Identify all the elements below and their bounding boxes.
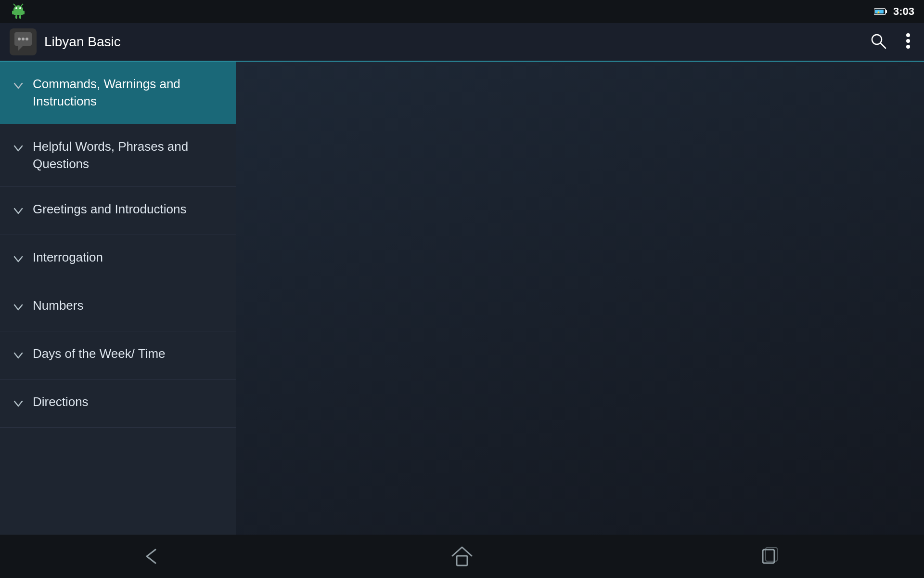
chevron-down-icon	[10, 299, 27, 316]
sidebar-item-helpful-words-label: Helpful Words, Phrases and Questions	[33, 138, 226, 173]
app-icon	[10, 28, 37, 55]
sidebar-item-greetings[interactable]: Greetings and Introductions	[0, 187, 236, 235]
svg-rect-8	[15, 15, 17, 19]
chevron-down-icon	[10, 250, 27, 268]
sidebar-item-helpful-words[interactable]: Helpful Words, Phrases and Questions	[0, 124, 236, 187]
svg-line-4	[13, 4, 15, 6]
svg-point-16	[26, 38, 28, 40]
status-bar-right: ⚡ 3:03	[874, 5, 914, 18]
sidebar-item-interrogation[interactable]: Interrogation	[0, 235, 236, 283]
more-options-button[interactable]	[902, 29, 914, 55]
sidebar-item-days[interactable]: Days of the Week/ Time	[0, 331, 236, 380]
svg-point-19	[906, 33, 910, 37]
recents-button[interactable]	[751, 542, 789, 571]
chevron-down-icon	[10, 140, 27, 157]
more-vert-icon	[906, 33, 911, 49]
search-icon	[870, 33, 886, 49]
sidebar-item-days-label: Days of the Week/ Time	[33, 345, 166, 362]
app-title: Libyan Basic	[44, 34, 866, 50]
svg-point-15	[22, 38, 25, 40]
svg-rect-9	[19, 15, 21, 19]
time-display: 3:03	[893, 5, 914, 18]
back-icon	[142, 547, 166, 566]
android-icon	[10, 3, 27, 20]
svg-rect-11	[886, 10, 887, 13]
sidebar-item-greetings-label: Greetings and Introductions	[33, 200, 186, 218]
recents-icon	[759, 547, 781, 566]
svg-rect-1	[13, 9, 23, 15]
chat-icon	[13, 31, 34, 53]
sidebar-item-numbers[interactable]: Numbers	[0, 283, 236, 331]
sidebar-item-numbers-label: Numbers	[33, 297, 83, 314]
home-icon	[450, 545, 474, 567]
chevron-down-icon	[10, 347, 27, 364]
svg-point-2	[15, 7, 17, 9]
svg-rect-22	[457, 556, 467, 565]
svg-point-21	[906, 45, 910, 49]
status-bar: ⚡ 3:03	[0, 0, 924, 23]
main-content: Commands, Warnings and Instructions Help…	[0, 62, 924, 535]
chevron-down-icon	[10, 202, 27, 220]
bottom-nav-bar	[0, 535, 924, 578]
svg-rect-7	[23, 11, 25, 14]
back-button[interactable]	[135, 542, 173, 571]
sidebar-item-interrogation-label: Interrogation	[33, 249, 103, 266]
svg-text:⚡: ⚡	[876, 10, 881, 14]
app-toolbar: Libyan Basic	[0, 23, 924, 62]
svg-rect-6	[12, 11, 14, 14]
search-button[interactable]	[866, 29, 890, 55]
sidebar: Commands, Warnings and Instructions Help…	[0, 62, 236, 535]
svg-point-20	[906, 39, 910, 43]
chevron-down-icon	[10, 77, 27, 94]
svg-line-18	[881, 43, 886, 48]
main-panel	[236, 62, 924, 535]
battery-indicator: ⚡	[874, 8, 887, 15]
sidebar-item-directions-label: Directions	[33, 393, 89, 410]
toolbar-actions	[866, 29, 914, 55]
svg-point-3	[19, 7, 21, 9]
sidebar-item-commands[interactable]: Commands, Warnings and Instructions	[0, 62, 236, 124]
sidebar-item-directions[interactable]: Directions	[0, 380, 236, 428]
svg-point-14	[18, 38, 21, 40]
sidebar-item-commands-label: Commands, Warnings and Instructions	[33, 75, 226, 110]
home-button[interactable]	[443, 542, 481, 571]
svg-point-17	[872, 35, 882, 44]
battery-icon: ⚡	[874, 8, 887, 15]
status-bar-left	[10, 3, 27, 20]
chevron-down-icon	[10, 395, 27, 412]
svg-line-5	[21, 4, 23, 6]
